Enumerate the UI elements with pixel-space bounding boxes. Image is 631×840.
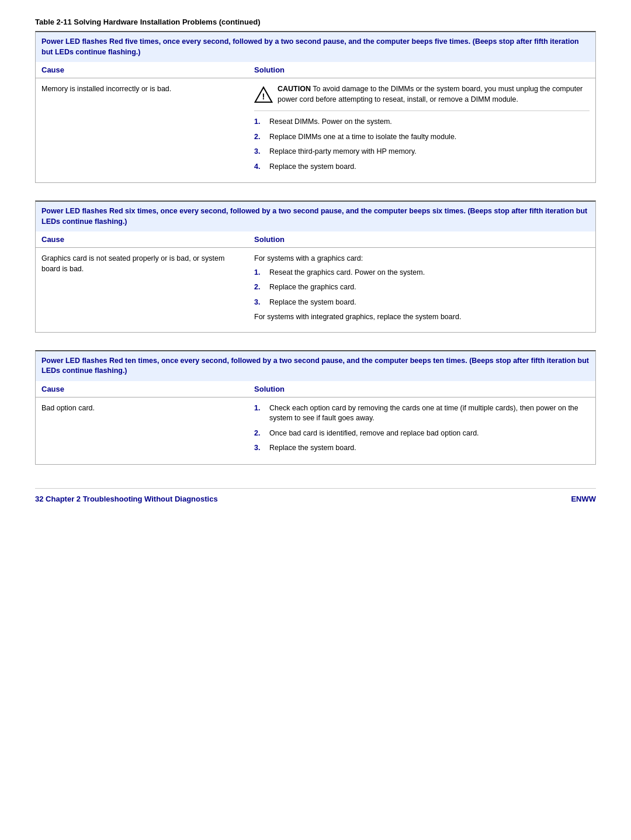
list-text: Replace third-party memory with HP memor… — [269, 147, 417, 157]
cause-header-1: Cause — [36, 62, 248, 78]
list-num: 3. — [254, 147, 266, 157]
list-text: Once bad card is identified, remove and … — [269, 428, 479, 439]
section-five-numbered-list: 1.Reseat DIMMs. Power on the system. 2.R… — [254, 117, 590, 172]
section-five-cause: Memory is installed incorrectly or is ba… — [36, 78, 248, 182]
list-item: 3.Replace the system board. — [254, 443, 590, 454]
section-six-table: Power LED flashes Red six times, once ev… — [35, 201, 596, 333]
list-item: 2.Replace the graphics card. — [254, 282, 590, 293]
solution-header-1: Solution — [248, 62, 595, 78]
cause-header-3: Cause — [36, 381, 248, 397]
list-text: Replace the system board. — [269, 443, 356, 454]
caution-triangle-icon: ! — [254, 85, 273, 104]
section-six-row: Graphics card is not seated properly or … — [36, 248, 595, 332]
solution-header-3: Solution — [248, 381, 595, 397]
page-content: Table 2-11 Solving Hardware Installation… — [35, 18, 596, 503]
section-ten-header-row: Cause Solution — [36, 381, 595, 397]
table-title: Table 2-11 Solving Hardware Installation… — [35, 18, 596, 26]
section-five-table: Power LED flashes Red five times, once e… — [35, 31, 596, 183]
list-item: 1.Check each option card by removing the… — [254, 403, 590, 424]
list-num: 1. — [254, 268, 266, 278]
list-item: 1.Reseat DIMMs. Power on the system. — [254, 117, 590, 127]
section-ten-cause: Bad option card. — [36, 397, 248, 464]
caution-body: To avoid damage to the DIMMs or the syst… — [278, 85, 583, 103]
list-item: 4.Replace the system board. — [254, 162, 590, 172]
page-footer: 32 Chapter 2 Troubleshooting Without Dia… — [35, 488, 596, 503]
section-ten-numbered-list: 1.Check each option card by removing the… — [254, 403, 590, 454]
list-text: Reseat the graphics card. Power on the s… — [269, 268, 425, 278]
caution-content: CAUTION To avoid damage to the DIMMs or … — [278, 84, 590, 105]
section-six-header: Power LED flashes Red six times, once ev… — [36, 202, 595, 231]
list-text: Check each option card by removing the c… — [269, 403, 590, 424]
section-six-numbered-list: 1.Reseat the graphics card. Power on the… — [254, 268, 590, 308]
footer-right: ENWW — [571, 495, 596, 503]
for-systems-intro: For systems with a graphics card: — [254, 254, 590, 264]
section-ten-header: Power LED flashes Red ten times, once ev… — [36, 351, 595, 381]
list-item: 2.Replace DIMMs one at a time to isolate… — [254, 132, 590, 143]
list-num: 2. — [254, 428, 266, 439]
list-text: Replace the graphics card. — [269, 282, 356, 293]
caution-box: ! CAUTION To avoid damage to the DIMMs o… — [254, 84, 590, 111]
list-num: 1. — [254, 117, 266, 127]
section-five-header-row: Cause Solution — [36, 62, 595, 78]
list-num: 2. — [254, 132, 266, 143]
section-six-solution: For systems with a graphics card: 1.Rese… — [248, 248, 595, 332]
list-num: 2. — [254, 282, 266, 293]
list-num: 1. — [254, 403, 266, 424]
svg-text:!: ! — [262, 92, 265, 101]
section-ten-solution: 1.Check each option card by removing the… — [248, 397, 595, 464]
list-item: 3.Replace third-party memory with HP mem… — [254, 147, 590, 157]
section-five: Power LED flashes Red five times, once e… — [35, 31, 596, 183]
list-text: Replace the system board. — [269, 162, 356, 172]
section-five-header: Power LED flashes Red five times, once e… — [36, 32, 595, 62]
list-item: 1.Reseat the graphics card. Power on the… — [254, 268, 590, 278]
caution-label: CAUTION — [278, 85, 311, 93]
section-ten-table: Power LED flashes Red ten times, once ev… — [35, 350, 596, 465]
list-num: 3. — [254, 443, 266, 454]
section-five-row: Memory is installed incorrectly or is ba… — [36, 78, 595, 182]
section-six-cause: Graphics card is not seated properly or … — [36, 248, 248, 332]
section-ten-row: Bad option card. 1.Check each option car… — [36, 397, 595, 464]
list-num: 4. — [254, 162, 266, 172]
section-five-solution: ! CAUTION To avoid damage to the DIMMs o… — [248, 78, 595, 182]
list-num: 3. — [254, 298, 266, 308]
section-six-header-row: Cause Solution — [36, 231, 595, 248]
footer-left: 32 Chapter 2 Troubleshooting Without Dia… — [35, 495, 218, 503]
section-six: Power LED flashes Red six times, once ev… — [35, 201, 596, 333]
list-text: Reseat DIMMs. Power on the system. — [269, 117, 392, 127]
section-ten: Power LED flashes Red ten times, once ev… — [35, 350, 596, 465]
for-systems-outro: For systems with integrated graphics, re… — [254, 312, 590, 323]
list-text: Replace DIMMs one at a time to isolate t… — [269, 132, 456, 143]
list-item: 2.Once bad card is identified, remove an… — [254, 428, 590, 439]
solution-header-2: Solution — [248, 231, 595, 247]
list-text: Replace the system board. — [269, 298, 356, 308]
list-item: 3.Replace the system board. — [254, 298, 590, 308]
cause-header-2: Cause — [36, 231, 248, 247]
